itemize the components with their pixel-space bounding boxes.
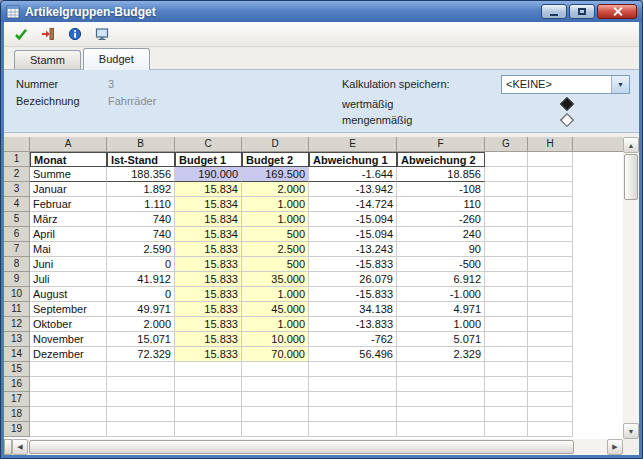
cell-C8[interactable]: 15.833	[175, 257, 242, 272]
cell-C18[interactable]	[175, 407, 242, 422]
cell-F3[interactable]: -108	[397, 182, 485, 197]
cell-G8[interactable]	[485, 257, 528, 272]
pane-split-handle[interactable]	[4, 439, 12, 455]
row-header-17[interactable]: 17	[4, 392, 30, 407]
row-header-1[interactable]: 1	[4, 152, 30, 167]
cell-G2[interactable]	[485, 167, 528, 182]
cell-B5[interactable]: 740	[107, 212, 175, 227]
row-header-19[interactable]: 19	[4, 422, 30, 437]
row-header-5[interactable]: 5	[4, 212, 30, 227]
cell-D9[interactable]: 35.000	[242, 272, 309, 287]
dropdown-arrow-icon[interactable]: ▼	[611, 76, 629, 93]
cell-B17[interactable]	[107, 392, 175, 407]
cell-F17[interactable]	[397, 392, 485, 407]
cell-E19[interactable]	[309, 422, 397, 437]
cell-H1[interactable]	[528, 152, 573, 167]
cell-C16[interactable]	[175, 377, 242, 392]
cell-B8[interactable]: 0	[107, 257, 175, 272]
cell-E6[interactable]: -15.094	[309, 227, 397, 242]
cell-F18[interactable]	[397, 407, 485, 422]
cell-B11[interactable]: 49.971	[107, 302, 175, 317]
cell-D11[interactable]: 45.000	[242, 302, 309, 317]
title-bar[interactable]: Artikelgruppen-Budget	[1, 1, 642, 22]
cell-E8[interactable]: -15.833	[309, 257, 397, 272]
cell-G3[interactable]	[485, 182, 528, 197]
scroll-down-icon[interactable]: ▼	[623, 423, 639, 439]
cell-E9[interactable]: 26.079	[309, 272, 397, 287]
cell-D7[interactable]: 2.500	[242, 242, 309, 257]
cell-E13[interactable]: -762	[309, 332, 397, 347]
cell-C4[interactable]: 15.834	[175, 197, 242, 212]
cell-F10[interactable]: -1.000	[397, 287, 485, 302]
cell-A17[interactable]	[30, 392, 107, 407]
cell-A4[interactable]: Februar	[30, 197, 107, 212]
cell-A9[interactable]: Juli	[30, 272, 107, 287]
row-header-11[interactable]: 11	[4, 302, 30, 317]
row-header-13[interactable]: 13	[4, 332, 30, 347]
cell-F8[interactable]: -500	[397, 257, 485, 272]
row-header-12[interactable]: 12	[4, 317, 30, 332]
cell-H3[interactable]	[528, 182, 573, 197]
cell-D1[interactable]: Budget 2	[242, 152, 309, 167]
cell-E5[interactable]: -15.094	[309, 212, 397, 227]
cell-G1[interactable]	[485, 152, 528, 167]
cell-F5[interactable]: -260	[397, 212, 485, 227]
cell-F19[interactable]	[397, 422, 485, 437]
row-header-14[interactable]: 14	[4, 347, 30, 362]
cell-D14[interactable]: 70.000	[242, 347, 309, 362]
cell-H17[interactable]	[528, 392, 573, 407]
cell-E16[interactable]	[309, 377, 397, 392]
cell-E10[interactable]: -15.833	[309, 287, 397, 302]
cell-B15[interactable]	[107, 362, 175, 377]
cell-C1[interactable]: Budget 1	[175, 152, 242, 167]
column-header-A[interactable]: A	[30, 137, 107, 152]
cell-A11[interactable]: September	[30, 302, 107, 317]
cell-A18[interactable]	[30, 407, 107, 422]
cell-H4[interactable]	[528, 197, 573, 212]
cell-A8[interactable]: Juni	[30, 257, 107, 272]
cell-H12[interactable]	[528, 317, 573, 332]
column-header-G[interactable]: G	[485, 137, 528, 152]
cell-F15[interactable]	[397, 362, 485, 377]
cell-H10[interactable]	[528, 287, 573, 302]
cell-F13[interactable]: 5.071	[397, 332, 485, 347]
column-header-F[interactable]: F	[397, 137, 485, 152]
row-header-18[interactable]: 18	[4, 407, 30, 422]
cell-A15[interactable]	[30, 362, 107, 377]
cell-C5[interactable]: 15.834	[175, 212, 242, 227]
cell-A10[interactable]: August	[30, 287, 107, 302]
cell-C14[interactable]: 15.833	[175, 347, 242, 362]
cell-B14[interactable]: 72.329	[107, 347, 175, 362]
column-header-E[interactable]: E	[309, 137, 397, 152]
cell-D18[interactable]	[242, 407, 309, 422]
cell-D17[interactable]	[242, 392, 309, 407]
minimize-button[interactable]	[541, 4, 567, 19]
cell-B19[interactable]	[107, 422, 175, 437]
row-header-3[interactable]: 3	[4, 182, 30, 197]
cell-C19[interactable]	[175, 422, 242, 437]
cell-G7[interactable]	[485, 242, 528, 257]
cell-B6[interactable]: 740	[107, 227, 175, 242]
kalkulation-dropdown[interactable]: <KEINE> ▼	[501, 75, 630, 94]
cell-H19[interactable]	[528, 422, 573, 437]
cell-E3[interactable]: -13.942	[309, 182, 397, 197]
cell-A1[interactable]: Monat	[30, 152, 107, 167]
cell-C10[interactable]: 15.833	[175, 287, 242, 302]
cell-H5[interactable]	[528, 212, 573, 227]
cell-A7[interactable]: Mai	[30, 242, 107, 257]
cell-C17[interactable]	[175, 392, 242, 407]
cell-D2[interactable]: 169.500	[242, 167, 309, 182]
row-header-10[interactable]: 10	[4, 287, 30, 302]
cell-E12[interactable]: -13.833	[309, 317, 397, 332]
vertical-scroll-thumb[interactable]	[624, 154, 638, 200]
cell-F4[interactable]: 110	[397, 197, 485, 212]
cell-G16[interactable]	[485, 377, 528, 392]
row-header-7[interactable]: 7	[4, 242, 30, 257]
cell-G10[interactable]	[485, 287, 528, 302]
cell-F7[interactable]: 90	[397, 242, 485, 257]
cell-A16[interactable]	[30, 377, 107, 392]
cell-E17[interactable]	[309, 392, 397, 407]
cell-D4[interactable]: 1.000	[242, 197, 309, 212]
tab-budget[interactable]: Budget	[83, 48, 150, 70]
cell-E11[interactable]: 34.138	[309, 302, 397, 317]
